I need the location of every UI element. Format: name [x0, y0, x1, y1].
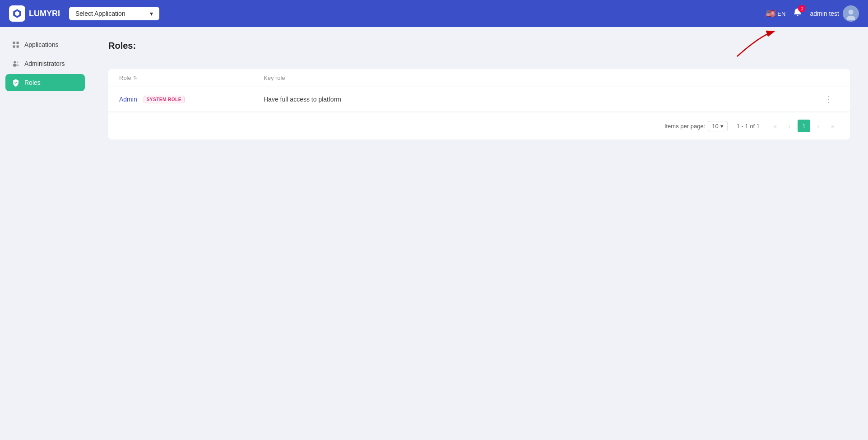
logo[interactable]: LUMYRI [9, 5, 60, 22]
header-right: 🇺🇸 EN 0 admin test [766, 5, 859, 22]
role-name[interactable]: Admin [119, 96, 137, 103]
row-actions: ⋮ [821, 94, 839, 104]
sidebar-item-applications[interactable]: Applications [5, 36, 85, 53]
column-header-key-role: Key role [264, 74, 821, 81]
key-role-cell: Have full access to platform [264, 96, 821, 103]
column-header-role: Role ⇅ [119, 74, 264, 81]
items-per-page-label: Items per page: [664, 123, 705, 130]
svg-point-1 [849, 9, 854, 14]
user-menu[interactable]: admin test [810, 5, 859, 22]
role-cell: Admin SYSTEM ROLE [119, 96, 264, 103]
users-icon [12, 60, 20, 68]
svg-point-9 [17, 61, 19, 63]
sidebar-label-roles: Roles [24, 79, 41, 86]
pagination: Items per page: 10 ▾ 1 - 1 of 1 « ‹ 1 › … [108, 112, 850, 139]
language-button[interactable]: 🇺🇸 EN [766, 9, 785, 19]
arrow-annotation [724, 27, 778, 59]
sidebar: Applications Administrators Roles [0, 27, 90, 440]
user-name: admin test [810, 10, 839, 17]
svg-rect-6 [17, 46, 19, 48]
per-page-value: 10 [712, 123, 718, 130]
page-navigation: « ‹ 1 › » [769, 120, 839, 132]
app-header: LUMYRI Select Application ▾ 🇺🇸 EN 0 admi… [0, 0, 868, 27]
next-page-button[interactable]: › [812, 120, 825, 132]
per-page-chevron: ▾ [720, 123, 724, 130]
flag-icon: 🇺🇸 [766, 9, 775, 19]
lang-code: EN [777, 10, 785, 17]
grid-icon [12, 41, 20, 49]
per-page-select[interactable]: 10 ▾ [708, 121, 727, 131]
last-page-button[interactable]: » [826, 120, 839, 132]
svg-point-7 [14, 61, 16, 63]
table-row: Admin SYSTEM ROLE Have full access to pl… [108, 87, 850, 112]
svg-rect-4 [17, 42, 19, 44]
sidebar-label-applications: Applications [24, 41, 59, 48]
items-per-page: Items per page: 10 ▾ [664, 121, 728, 131]
avatar [843, 5, 859, 22]
sidebar-item-roles[interactable]: Roles [5, 74, 85, 91]
page-info: 1 - 1 of 1 [737, 123, 760, 130]
toolbar-area: Roles: + Create role [108, 41, 850, 62]
more-options-button[interactable]: ⋮ [821, 93, 836, 106]
notification-button[interactable]: 0 [793, 8, 803, 19]
sort-icon[interactable]: ⇅ [133, 75, 137, 81]
sidebar-label-administrators: Administrators [24, 60, 65, 67]
svg-rect-3 [13, 42, 15, 44]
roles-table: Role ⇅ Key role Admin SYSTEM ROLE Have f… [108, 69, 850, 139]
svg-rect-5 [13, 46, 15, 48]
app-selector-label: Select Application [75, 10, 125, 17]
sidebar-item-administrators[interactable]: Administrators [5, 55, 85, 72]
header-left: LUMYRI Select Application ▾ [9, 5, 159, 22]
table-header-row: Role ⇅ Key role [108, 69, 850, 87]
layout: Applications Administrators Roles Roles: [0, 0, 868, 440]
logo-icon [9, 5, 25, 22]
notification-badge: 0 [798, 5, 805, 12]
page-1-button[interactable]: 1 [798, 120, 810, 132]
chevron-down-icon: ▾ [150, 10, 153, 17]
prev-page-button[interactable]: ‹ [783, 120, 796, 132]
system-role-badge: SYSTEM ROLE [144, 96, 185, 103]
main-content: Roles: + Create role Role ⇅ Key role [90, 27, 868, 440]
svg-point-10 [16, 65, 19, 67]
logo-text: LUMYRI [29, 9, 60, 19]
app-selector-button[interactable]: Select Application ▾ [69, 7, 159, 20]
first-page-button[interactable]: « [769, 120, 781, 132]
shield-icon [12, 79, 20, 87]
page-title: Roles: [108, 41, 136, 51]
